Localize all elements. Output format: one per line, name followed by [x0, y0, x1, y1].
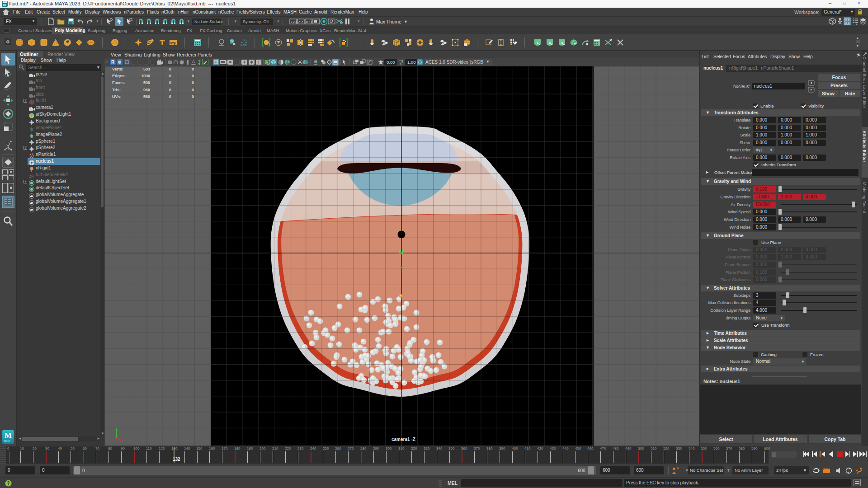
svg-text:?: ? [7, 481, 9, 486]
svg-text:0,0,0: 0,0,0 [241, 44, 247, 47]
svg-text:IPR: IPR [306, 20, 312, 24]
svg-text:N: N [399, 249, 403, 256]
svg-text:T: T [160, 38, 165, 47]
svg-text:camera1 -Z: camera1 -Z [392, 437, 415, 442]
svg-text:123: 123 [291, 20, 297, 24]
svg-text:svg: svg [170, 41, 176, 45]
svg-text:T: T [258, 61, 260, 65]
